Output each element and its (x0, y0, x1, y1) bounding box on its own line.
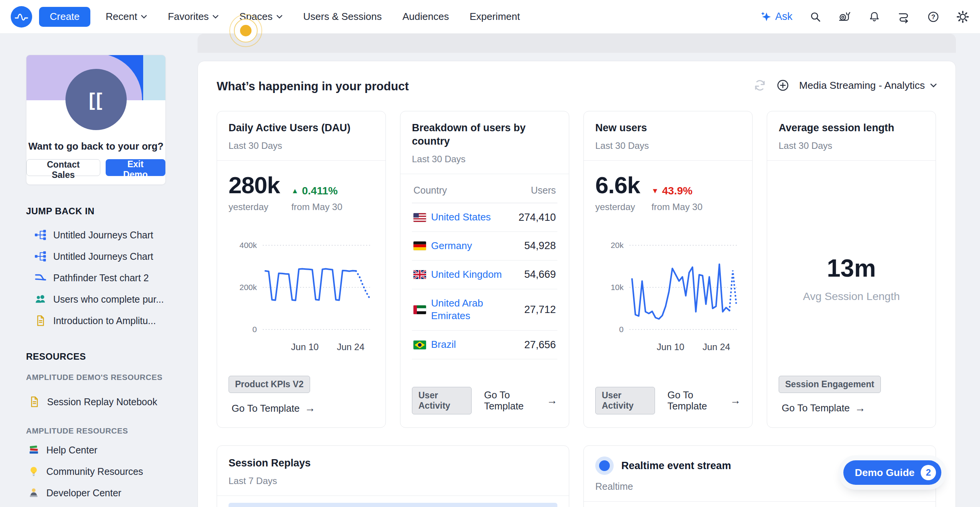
country-users-value: 274,410 (518, 212, 556, 223)
template-tag[interactable]: User Activity (595, 387, 655, 414)
sidebar-item-label: Untitled Journeys Chart (53, 251, 153, 262)
country-users-value: 54,928 (524, 240, 556, 252)
whats-new-button[interactable] (838, 10, 851, 23)
pathfinder-icon (34, 272, 47, 284)
ask-label: Ask (775, 11, 792, 23)
template-tag[interactable]: User Activity (412, 387, 472, 414)
contact-sales-button[interactable]: Contact Sales (26, 159, 100, 176)
chevron-down-icon (141, 15, 147, 19)
sidebar-item-pathfinder-chart[interactable]: Pathfinder Test chart 2 (34, 267, 149, 289)
exit-demo-button[interactable]: Exit Demo (106, 159, 165, 176)
jump-back-in-title: JUMP BACK IN (26, 206, 95, 217)
delta-up-icon: ▲ (291, 187, 299, 195)
sidebar-item-help-center[interactable]: Help Center (28, 439, 97, 461)
home-panel: What’s happening in your product Media S… (198, 61, 956, 507)
dau-line-chart: 400k200k0Jun 10Jun 24 (229, 235, 374, 355)
sidebar-item-intro-notebook[interactable]: Introduction to Amplitu... (34, 310, 156, 331)
arrow-right-icon: → (855, 402, 866, 414)
svg-text:10k: 10k (611, 283, 624, 292)
new-users-value: 6.6k (595, 171, 640, 199)
country-link[interactable]: United Kingdom (413, 268, 502, 281)
arrow-right-icon: → (305, 402, 315, 414)
template-tag[interactable]: Session Engagement (779, 376, 881, 393)
dau-value: 280k (229, 171, 280, 199)
card-subtitle: Last 30 Days (412, 154, 557, 165)
sidebar-item-label: Introduction to Amplitu... (53, 315, 156, 326)
workspace-selector-label: Media Streaming - Analytics (799, 80, 925, 91)
workspace-selector[interactable]: Media Streaming - Analytics (799, 80, 937, 91)
replay-table-header-strip (229, 503, 557, 507)
create-button[interactable]: Create (39, 7, 90, 27)
nav-item-recent[interactable]: Recent (106, 11, 147, 23)
table-row: Brazil 27,656 (412, 331, 557, 359)
sidebar-item-session-replay-notebook[interactable]: Session Replay Notebook (28, 391, 157, 412)
sidebar: [[ Want to go back to your org? Contact … (0, 34, 198, 507)
avg-session-label: Avg Session Length (779, 290, 924, 303)
card-subtitle: Last 30 Days (595, 140, 741, 151)
tour-hotspot-beacon[interactable] (240, 25, 252, 36)
realtime-indicator-dot (599, 460, 610, 471)
promo-title: Want to go back to your org? (26, 141, 165, 152)
sidebar-item-developer-center[interactable]: Developer Center (28, 482, 121, 504)
arrow-right-icon: → (730, 395, 741, 407)
country-link[interactable]: Germany (413, 240, 472, 253)
dau-value-caption: yesterday (229, 202, 280, 212)
sidebar-item-label: Help Center (46, 445, 97, 456)
countries-card: Breakdown of users by country Last 30 Da… (400, 111, 569, 428)
go-to-template-link[interactable]: Go To Template → (782, 402, 924, 414)
nav-item-users-sessions[interactable]: Users & Sessions (303, 11, 382, 23)
journeys-icon (34, 229, 47, 241)
sidebar-item-label: Pathfinder Test chart 2 (53, 272, 149, 284)
table-header: Country Users (412, 176, 557, 203)
country-link[interactable]: United Arab Emirates (413, 297, 509, 323)
nav-item-experiment[interactable]: Experiment (470, 11, 520, 23)
new-users-delta-caption: from May 30 (652, 202, 702, 212)
us-flag-icon (413, 213, 426, 222)
nav-item-experiment-label: Experiment (470, 11, 520, 23)
card-title: Realtime event stream (621, 460, 731, 472)
ask-ai-button[interactable]: Ask (760, 11, 792, 23)
country-users-value: 54,669 (524, 269, 556, 280)
demo-guide-button[interactable]: Demo Guide 2 (843, 460, 941, 485)
help-button[interactable]: ? (927, 11, 939, 23)
sidebar-item-journeys-chart-1[interactable]: Untitled Journeys Chart (34, 224, 153, 246)
svg-text:Jun 10: Jun 10 (291, 342, 318, 352)
nav-item-audiences[interactable]: Audiences (402, 11, 449, 23)
nav-item-favorites-label: Favorites (168, 11, 209, 23)
country-link[interactable]: United States (413, 211, 491, 224)
country-link[interactable]: Brazil (413, 338, 456, 351)
sidebar-item-users-cohort[interactable]: Users who complete pur... (34, 289, 164, 310)
search-button[interactable] (809, 11, 822, 23)
country-users-value: 27,656 (524, 339, 556, 351)
refresh-button[interactable] (753, 79, 766, 92)
amplitude-resources-title: AMPLITUDE RESOURCES (26, 426, 128, 435)
new-users-value-caption: yesterday (595, 202, 640, 212)
brazil-flag-icon (413, 341, 426, 349)
table-row: United Arab Emirates 27,712 (412, 289, 557, 331)
amplitude-logo[interactable] (11, 6, 32, 28)
sidebar-item-community-resources[interactable]: Community Resources (28, 461, 143, 482)
plus-circle-icon (776, 79, 789, 92)
refresh-icon (753, 79, 766, 92)
svg-text:0: 0 (252, 325, 257, 334)
scrolled-panel-remnant (198, 34, 956, 53)
svg-text:Jun 24: Jun 24 (337, 342, 364, 352)
go-to-template-link[interactable]: Go To Template → (667, 390, 741, 412)
settings-button[interactable] (956, 10, 969, 23)
column-header-country: Country (413, 185, 447, 196)
add-card-button[interactable] (776, 79, 789, 92)
nav-item-favorites[interactable]: Favorites (168, 11, 219, 23)
go-to-template-link[interactable]: Go To Template → (484, 390, 557, 412)
sidebar-item-label: Session Replay Notebook (47, 396, 157, 408)
notifications-button[interactable] (868, 11, 880, 23)
template-tag[interactable]: Product KPIs V2 (229, 376, 310, 393)
lightbulb-icon (28, 466, 40, 477)
go-to-template-link[interactable]: Go To Template → (232, 402, 374, 414)
page-title: What’s happening in your product (217, 80, 409, 93)
data-connections-button[interactable] (897, 10, 910, 23)
svg-text:Jun 10: Jun 10 (657, 342, 684, 352)
card-subtitle: Last 7 Days (229, 476, 557, 486)
sidebar-item-journeys-chart-2[interactable]: Untitled Journeys Chart (34, 246, 153, 267)
dau-delta: ▲ 0.411% (291, 185, 342, 197)
card-title: New users (595, 121, 741, 135)
